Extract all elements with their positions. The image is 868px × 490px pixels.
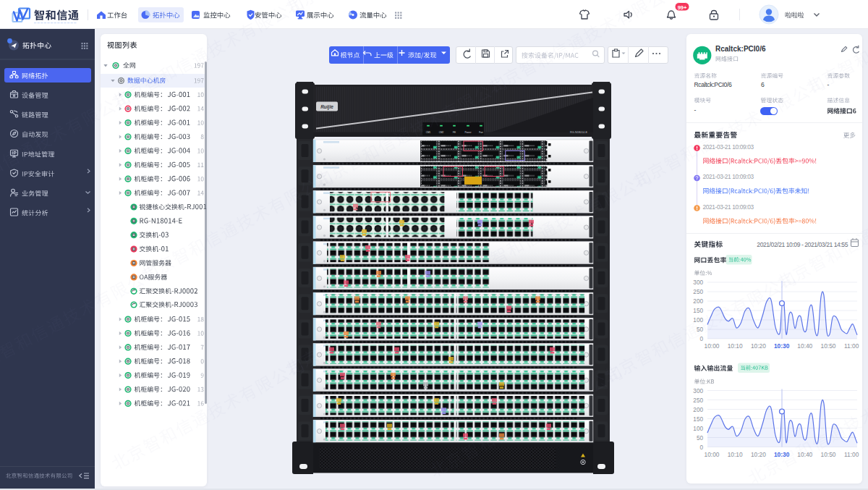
svg-text:Power: Power xyxy=(464,131,472,134)
svg-text:Fan: Fan xyxy=(479,131,483,134)
svg-text:RG-N18014-E: RG-N18014-E xyxy=(570,131,588,134)
svg-text:Ruijie: Ruijie xyxy=(320,104,333,110)
svg-text:CM2: CM2 xyxy=(439,131,444,134)
svg-text:FE: FE xyxy=(453,131,456,134)
svg-text:CM1: CM1 xyxy=(426,131,431,134)
